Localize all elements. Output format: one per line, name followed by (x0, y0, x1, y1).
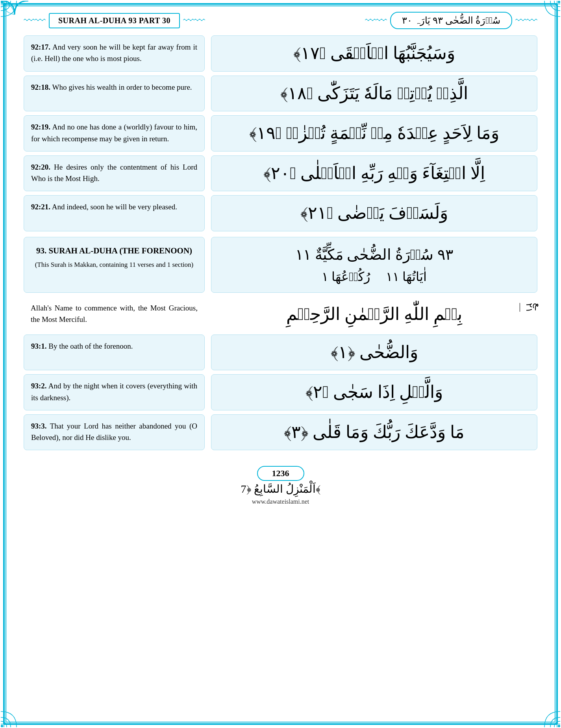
verse-english-92-20: 92:20. He desires only the contentment o… (24, 155, 205, 192)
header-right-arabic: سُوۡرَةُ الضُّحٰی ۹۳ یَارَہ ۳۰ (390, 12, 512, 29)
side-marker: ـع۲۱— (516, 303, 542, 312)
footer-url: www.dawateislami.net (252, 498, 309, 505)
page-footer: 1236 اَلْمَنْزِلُ السَّابِعُ ﴿7﴾ www.daw… (20, 466, 541, 505)
verse-arabic-92-19: وَمَا لِاَحَدٍ عِنۡدَهٗ مِنۡ نِّعۡمَةٍ ت… (211, 115, 537, 152)
surah-subtitle: (This Surah is Makkan, containing 11 ver… (31, 260, 197, 270)
bismillah-row: Allah's Name to commence with, the Most … (24, 297, 537, 332)
arabic-text-93-2: وَالَّيۡلِ اِذَا سَجٰى ﴿۲﴾ (305, 380, 443, 405)
verse-arabic-92-21: وَلَسَوۡفَ يَرۡضٰى ﴿۲۱﴾ (211, 195, 537, 231)
verse-arabic-93-3: مَا وَدَّعَكَ رَبُّكَ وَمَا قَلٰى ﴿۳﴾ (211, 414, 537, 451)
arabic-text-92-20: اِلَّا ابۡتِغَآءَ وَجۡهِ رَبِّهِ الۡاَعۡ… (263, 161, 485, 186)
verse-row-92-17: 92:17. And very soon he will be kept far… (24, 35, 537, 72)
verse-english-92-21: 92:21. And indeed, soon he will be very … (24, 195, 205, 231)
arabic-text-93-3: مَا وَدَّعَكَ رَبُّكَ وَمَا قَلٰى ﴿۳﴾ (284, 420, 465, 445)
verse-english-92-18: 92:18. Who gives his wealth in order to … (24, 76, 205, 112)
surah-header-row: 93. SURAH AL-DUHA (THE FORENOON) (This S… (24, 237, 537, 293)
verse-english-93-3: 93:3. That your Lord has neither abandon… (24, 414, 205, 451)
verse-ref-92-17: 92:17. (31, 43, 50, 51)
svg-point-4 (558, 725, 560, 727)
verse-row-92-19: 92:19. And no one has done a (worldly) f… (24, 115, 537, 152)
verse-ref-93-2: 93:2. (31, 382, 47, 390)
page-header: 〰〰 SURAH AL-DUHA 93 PART 30 〰〰 〰〰 سُوۡرَ… (20, 12, 541, 29)
verse-text-93-1: By the oath of the forenoon. (48, 342, 133, 350)
verse-english-92-19: 92:19. And no one has done a (worldly) f… (24, 115, 205, 152)
bismillah-english-text: Allah's Name to commence with, the Most … (31, 304, 198, 323)
verse-english-93-1: 93:1. By the oath of the forenoon. (24, 334, 205, 371)
verse-row-92-21: 92:21. And indeed, soon he will be very … (24, 195, 537, 231)
verse-ref-92-19: 92:19. (31, 123, 50, 131)
verse-text-92-20: He desires only the contentment of his L… (31, 163, 197, 183)
verse-text-93-2: And by the night when it covers (everyth… (31, 382, 197, 401)
arabic-text-92-19: وَمَا لِاَحَدٍ عِنۡدَهٗ مِنۡ نِّعۡمَةٍ ت… (249, 121, 500, 146)
verse-ref-93-3: 93:3. (31, 422, 47, 430)
verse-english-93-2: 93:2. And by the night when it covers (e… (24, 374, 205, 410)
svg-point-2 (558, 1, 560, 3)
verse-text-92-17: And very soon he will be kept far away f… (31, 43, 197, 63)
arabic-text-93-1: وَالضُّحٰى ﴿۱﴾ (331, 340, 418, 365)
page-number: 1236 (257, 466, 304, 481)
verses-container: 92:17. And very soon he will be kept far… (24, 35, 537, 458)
verse-row-93-2: 93:2. And by the night when it covers (e… (24, 374, 537, 410)
corner-ornament-br (533, 700, 560, 727)
arabic-text-92-21: وَلَسَوۡفَ يَرۡضٰى ﴿۲۱﴾ (300, 201, 448, 225)
verse-text-92-21: And indeed, soon he will be very pleased… (52, 203, 177, 211)
verse-english-92-17: 92:17. And very soon he will be kept far… (24, 35, 205, 72)
header-deco-right1: 〰〰 (365, 14, 387, 27)
verse-arabic-92-18: الَّذِىۡ يُؤۡتِىۡ مَالَهٗ يَتَزَكّٰى ﴿۱۸… (211, 76, 537, 112)
header-left-label: SURAH AL-DUHA 93 PART 30 (49, 13, 180, 28)
surah-header-english: 93. SURAH AL-DUHA (THE FORENOON) (This S… (24, 237, 205, 293)
verse-row-92-20: 92:20. He desires only the contentment o… (24, 155, 537, 192)
header-deco-left2: 〰〰 (183, 14, 205, 27)
corner-ornament-tl (1, 1, 28, 28)
verse-text-92-19: And no one has done a (worldly) favour t… (31, 123, 197, 142)
surah-header-arabic: ۹۳ سُوۡرَةُ الضُّحٰی مَکِّیَّةٌ ۱۱ اٰیَا… (211, 237, 537, 293)
verse-ref-93-1: 93:1. (31, 342, 47, 350)
verse-row-93-1: 93:1. By the oath of the forenoon. وَالض… (24, 334, 537, 371)
surah-title: 93. SURAH AL-DUHA (THE FORENOON) (31, 244, 197, 257)
verse-row-93-3: 93:3. That your Lord has neither abandon… (24, 414, 537, 451)
verse-ref-92-20: 92:20. (31, 163, 50, 171)
arabic-text-92-18: الَّذِىۡ يُؤۡتِىۡ مَالَهٗ يَتَزَكّٰى ﴿۱۸… (280, 81, 468, 106)
verse-ref-92-21: 92:21. (31, 203, 50, 211)
verse-row-92-18: 92:18. Who gives his wealth in order to … (24, 76, 537, 112)
verse-text-93-3: That your Lord has neither abandoned you… (31, 422, 197, 442)
corner-ornament-bl (1, 700, 28, 727)
side-marker-text: ـع۲۱— (516, 303, 542, 312)
corner-ornament-tr (533, 1, 560, 28)
bismillah-arabic-text: بِسۡمِ اللّٰهِ الرَّحۡمٰنِ الرَّحِيۡمِ (286, 302, 462, 327)
footer-arabic: اَلْمَنْزِلُ السَّابِعُ ﴿7﴾ (241, 482, 320, 496)
bismillah-arabic: بِسۡمِ اللّٰهِ الرَّحۡمٰنِ الرَّحِيۡمِ (211, 297, 537, 332)
svg-point-3 (1, 725, 3, 727)
verse-ref-92-18: 92:18. (31, 83, 50, 91)
surah-arabic-line1: ۹۳ سُوۡرَةُ الضُّحٰی مَکِّیَّةٌ ۱۱ (295, 243, 453, 267)
verse-arabic-92-20: اِلَّا ابۡتِغَآءَ وَجۡهِ رَبِّهِ الۡاَعۡ… (211, 155, 537, 192)
content-area: 92:17. And very soon he will be kept far… (12, 35, 549, 458)
surah-arabic-text: ۹۳ سُوۡرَةُ الضُّحٰی مَکِّیَّةٌ ۱۱ اٰیَا… (295, 243, 453, 287)
verse-arabic-93-1: وَالضُّحٰى ﴿۱﴾ (211, 334, 537, 371)
verse-text-92-18: Who gives his wealth in order to become … (52, 83, 192, 91)
arabic-text-92-17: وَسَيُجَنَّبُهَا الۡاَتۡقَى ﴿۱۷﴾ (293, 41, 455, 66)
svg-point-1 (1, 1, 3, 3)
verse-arabic-92-17: وَسَيُجَنَّبُهَا الۡاَتۡقَى ﴿۱۷﴾ (211, 35, 537, 72)
verse-arabic-93-2: وَالَّيۡلِ اِذَا سَجٰى ﴿۲﴾ (211, 374, 537, 410)
page: 〰〰 SURAH AL-DUHA 93 PART 30 〰〰 〰〰 سُوۡرَ… (0, 0, 561, 728)
bismillah-english: Allah's Name to commence with, the Most … (24, 297, 205, 332)
surah-arabic-line2: اٰیَاتُهَا ۱۱ رُكُوۡعُهَا ۱ (295, 267, 453, 287)
